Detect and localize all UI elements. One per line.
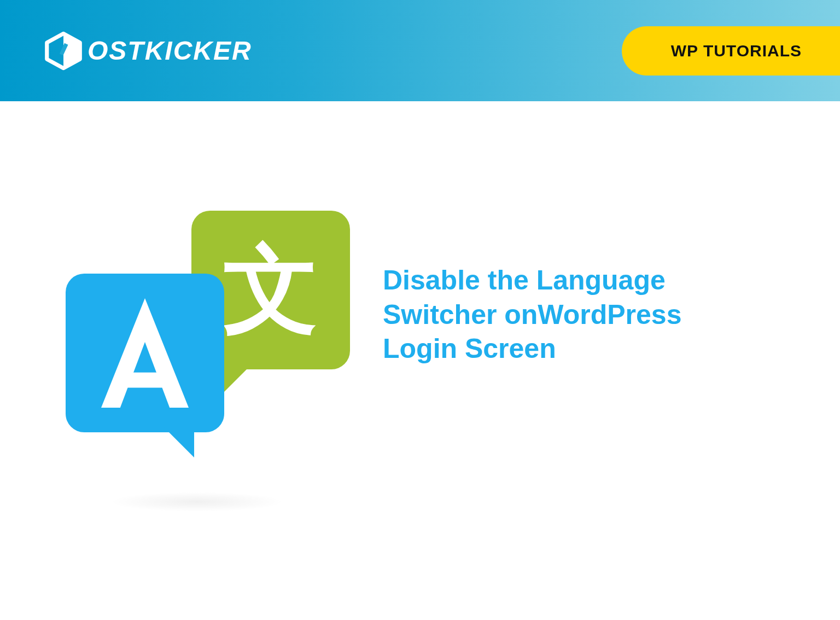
svg-rect-2 — [120, 373, 170, 388]
drop-shadow — [109, 492, 284, 512]
main-content: 文 Disable the Language Switcher onWordPr… — [0, 101, 840, 506]
latin-glyph-icon — [66, 274, 224, 432]
article-title: Disable the Language Switcher onWordPres… — [383, 263, 733, 366]
speech-bubble-blue — [66, 274, 224, 432]
header-banner: OSTKICKER WP TUTORIALS — [0, 0, 840, 101]
logo: OSTKICKER — [44, 31, 252, 71]
category-badge: WP TUTORIALS — [622, 26, 840, 76]
logo-text: OSTKICKER — [88, 36, 252, 66]
logo-hexagon-icon — [44, 31, 83, 71]
translate-illustration: 文 — [66, 211, 339, 506]
